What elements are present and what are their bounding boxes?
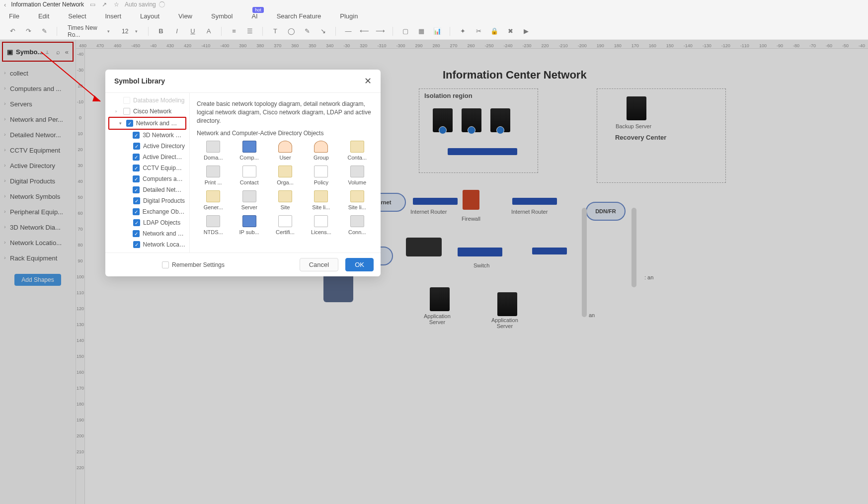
menu-layout[interactable]: Layout — [140, 12, 159, 20]
object-cell[interactable]: Print ... — [197, 166, 230, 185]
checkbox-icon[interactable]: ✓ — [133, 219, 140, 226]
object-cell[interactable]: Server — [233, 190, 265, 210]
menu-symbol[interactable]: Symbol — [211, 12, 233, 20]
tools-icon[interactable]: ✖ — [506, 27, 515, 36]
list-icon[interactable]: ☰ — [245, 27, 254, 36]
object-cell[interactable]: Orga... — [269, 166, 302, 185]
checkbox-icon[interactable]: ✓ — [133, 197, 140, 204]
checkbox-icon[interactable]: ✓ — [133, 165, 140, 171]
cancel-button[interactable]: Cancel — [300, 258, 338, 271]
shape-icon[interactable]: ◯ — [287, 27, 296, 36]
object-cell[interactable]: Site li... — [341, 190, 374, 210]
checkbox-icon[interactable]: ✓ — [126, 120, 133, 127]
object-cell[interactable]: Contact — [233, 166, 265, 185]
lock-icon[interactable]: 🔒 — [490, 27, 499, 36]
arrow-start-icon[interactable]: ⟵ — [360, 27, 369, 36]
object-cell[interactable]: Volume — [341, 166, 374, 185]
category-subhead: Network and Computer-Active Directory Ob… — [197, 130, 374, 137]
effects-icon[interactable]: ✦ — [458, 27, 467, 36]
bold-icon[interactable]: B — [157, 27, 165, 36]
image-icon[interactable]: ▢ — [401, 27, 410, 36]
line-style-icon[interactable]: — — [344, 27, 353, 36]
font-size-select[interactable]: 12▾ — [119, 26, 140, 36]
window-icon[interactable]: ▭ — [89, 1, 96, 8]
object-label: Conn... — [348, 229, 366, 235]
object-label: Print ... — [205, 179, 222, 185]
tree-item[interactable]: ›Cisco Network — [105, 106, 189, 117]
tree-item[interactable]: ✓3D Network Dia... — [105, 130, 189, 141]
menu-plugin[interactable]: Plugin — [340, 12, 358, 20]
remember-settings-checkbox[interactable]: Remember Settings — [162, 261, 225, 268]
clip-icon[interactable]: ✂ — [474, 27, 483, 36]
object-cell[interactable]: Conta... — [341, 141, 374, 161]
object-cell[interactable]: Gener... — [197, 190, 230, 210]
menu-search[interactable]: Search Feature — [277, 12, 321, 20]
object-cell[interactable]: Policy — [305, 166, 337, 185]
table-icon[interactable]: ▦ — [417, 27, 426, 36]
brush-icon[interactable]: ✎ — [40, 27, 49, 36]
checkbox-icon[interactable]: ✓ — [133, 208, 140, 215]
tree-item[interactable]: ✓Computers and ... — [105, 173, 189, 184]
menu-file[interactable]: File — [9, 12, 19, 20]
tree-item[interactable]: ✓Digital Products — [105, 195, 189, 206]
ok-button[interactable]: OK — [345, 258, 374, 271]
tree-item[interactable]: ▾✓Network and Compu... — [108, 117, 186, 130]
checkbox-icon[interactable]: ✓ — [133, 143, 140, 150]
align-icon[interactable]: ≡ — [230, 27, 238, 36]
checkbox-icon[interactable] — [123, 108, 130, 115]
checkbox-icon[interactable]: ✓ — [133, 132, 140, 139]
object-cell[interactable]: Licens... — [305, 215, 337, 235]
menu-ai[interactable]: AIhot — [251, 12, 257, 20]
chart-icon[interactable]: 📊 — [433, 27, 442, 36]
tree-item[interactable]: ✓LDAP Objects — [105, 217, 189, 228]
object-cell[interactable]: Doma... — [197, 141, 230, 161]
tree-item-label: Active Directory... — [143, 154, 185, 161]
star-icon[interactable]: ☆ — [113, 1, 120, 8]
tree-item[interactable]: ✓CCTV Equipment — [105, 163, 189, 173]
tree-item[interactable]: ✓Active Directory... — [105, 152, 189, 163]
category-tree[interactable]: Database Modeling›Cisco Network▾✓Network… — [105, 93, 190, 252]
presentation-icon[interactable]: ▶ — [522, 27, 531, 36]
tree-item[interactable]: ✓Detailed Netwo... — [105, 184, 189, 195]
text-tool-icon[interactable]: T — [271, 27, 280, 36]
object-cell[interactable]: Site — [269, 190, 302, 210]
tree-item[interactable]: ✓Exchange Objects — [105, 206, 189, 217]
italic-icon[interactable]: I — [172, 27, 181, 36]
object-cell[interactable]: IP sub... — [233, 215, 265, 235]
menu-select[interactable]: Select — [68, 12, 86, 20]
object-cell[interactable]: Group — [305, 141, 337, 161]
underline-icon[interactable]: U — [188, 27, 197, 36]
object-cell[interactable]: User — [269, 141, 302, 161]
tree-item[interactable]: ✓Network Locati... — [105, 239, 189, 250]
checkbox-icon[interactable]: ✓ — [133, 175, 140, 182]
category-description: Create basic network topology diagram, d… — [197, 100, 374, 125]
checkbox-icon[interactable] — [123, 97, 130, 104]
menu-edit[interactable]: Edit — [38, 12, 49, 20]
share-icon[interactable]: ↗ — [101, 1, 108, 8]
back-icon[interactable]: ‹ — [4, 1, 6, 8]
checkbox-icon[interactable]: ✓ — [133, 186, 140, 193]
checkbox-icon[interactable]: ✓ — [133, 154, 140, 161]
arrow-end-icon[interactable]: ⟶ — [376, 27, 385, 36]
object-cell[interactable]: NTDS... — [197, 215, 230, 235]
object-cell[interactable]: Conn... — [341, 215, 374, 235]
checkbox-icon[interactable]: ✓ — [133, 230, 140, 237]
tree-item-label: Network and Pe... — [143, 230, 185, 237]
undo-icon[interactable]: ↶ — [8, 27, 17, 36]
object-cell[interactable]: Certifi... — [269, 215, 302, 235]
close-icon[interactable]: ✕ — [364, 76, 372, 86]
pen-icon[interactable]: ✎ — [303, 27, 312, 36]
tree-item[interactable]: ✓Network and Pe... — [105, 228, 189, 239]
connector-icon[interactable]: ↘ — [318, 27, 327, 36]
object-cell[interactable]: Site li... — [305, 190, 337, 210]
object-label: Site li... — [348, 204, 366, 210]
font-family-select[interactable]: Times New Ro...▾ — [65, 23, 112, 40]
font-color-icon[interactable]: A — [204, 27, 213, 36]
menu-view[interactable]: View — [178, 12, 192, 20]
menu-insert[interactable]: Insert — [105, 12, 122, 20]
redo-icon[interactable]: ↷ — [24, 27, 33, 36]
checkbox-icon[interactable]: ✓ — [133, 241, 140, 248]
tree-item[interactable]: Database Modeling — [105, 95, 189, 106]
tree-item[interactable]: ✓Active Directory — [105, 141, 189, 152]
object-cell[interactable]: Comp... — [233, 141, 265, 161]
